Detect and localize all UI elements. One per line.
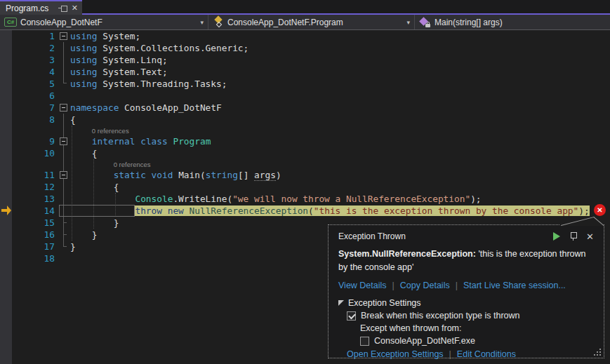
module-setting-row: ConsoleApp_DotNetF.exe xyxy=(360,336,594,346)
code-line[interactable]: 2using System.Collections.Generic; xyxy=(0,42,610,54)
exception-text: System.NullReferenceException: 'this is … xyxy=(338,248,590,274)
line-number: 8 xyxy=(13,114,55,126)
pin-icon[interactable] xyxy=(570,231,576,241)
line-number: 5 xyxy=(13,78,55,90)
member-dropdown-label: Main(string[] args) xyxy=(435,18,606,27)
line-number: 18 xyxy=(13,252,55,264)
code-text: internal class Program xyxy=(70,135,211,147)
link-separator: | xyxy=(456,281,458,290)
code-text: { xyxy=(70,147,98,159)
current-statement-whitespace-box xyxy=(59,205,135,217)
project-dropdown[interactable]: C# ConsoleApp_DotNetF ▾ xyxy=(0,15,208,29)
code-text: throw new NullReferenceException("this i… xyxy=(70,205,590,217)
code-text: namespace ConsoleApp_DotNetF xyxy=(70,102,222,114)
break-setting-row: Break when this exception type is thrown xyxy=(347,311,594,321)
code-text: using System.Threading.Tasks; xyxy=(70,78,227,90)
exception-highlight: throw new NullReferenceException("this i… xyxy=(135,205,589,216)
chevron-down-icon[interactable]: ▾ xyxy=(401,19,410,26)
code-line[interactable]: 9 internal class Program xyxy=(0,135,610,147)
method-icon xyxy=(419,17,431,28)
line-number: 15 xyxy=(13,217,55,229)
link-edit-conditions[interactable]: Edit Conditions xyxy=(457,349,516,359)
line-number: 7 xyxy=(13,102,55,114)
code-text: } xyxy=(70,229,98,241)
code-line[interactable]: 4using System.Text; xyxy=(0,66,610,78)
codelens-row: 0 references xyxy=(0,159,610,169)
pin-icon[interactable] xyxy=(58,5,67,11)
line-number: 13 xyxy=(13,193,55,205)
resize-grip[interactable] xyxy=(594,348,602,356)
code-text: using System; xyxy=(70,30,140,42)
codelens-references[interactable]: 0 references xyxy=(114,160,151,170)
codelens-references[interactable]: 0 references xyxy=(92,126,129,136)
csharp-project-icon: C# xyxy=(4,18,17,27)
link-separator: | xyxy=(392,281,394,290)
line-number: 2 xyxy=(13,42,55,54)
type-dropdown-label: ConsoleApp_DotNetF.Program xyxy=(227,18,397,27)
code-text: { xyxy=(70,114,76,126)
code-text: } xyxy=(70,241,76,252)
code-line[interactable]: 11 static void Main(string[] args) xyxy=(0,169,610,181)
continue-play-icon[interactable] xyxy=(553,232,560,241)
break-checkbox-label: Break when this exception type is thrown xyxy=(361,311,520,321)
member-dropdown[interactable]: Main(string[] args) xyxy=(415,15,610,29)
expander-icon[interactable] xyxy=(338,300,344,306)
code-text: using System.Linq; xyxy=(70,54,168,66)
visual-studio-editor-window: Program.cs ✕ C# ConsoleApp_DotNetF ▾ Con… xyxy=(0,0,610,364)
link-start-live-share-session[interactable]: Start Live Share session... xyxy=(463,281,566,290)
code-line[interactable]: 5using System.Threading.Tasks; xyxy=(0,78,610,90)
line-number: 4 xyxy=(13,66,55,78)
chevron-down-icon[interactable]: ▾ xyxy=(194,19,204,26)
navigation-bar: C# ConsoleApp_DotNetF ▾ ConsoleApp_DotNe… xyxy=(0,15,610,30)
fold-toggle[interactable] xyxy=(60,137,67,145)
code-line[interactable]: 6 xyxy=(0,90,610,102)
codelens-row: 0 references xyxy=(0,126,610,135)
line-number: 10 xyxy=(13,147,55,159)
module-checkbox-label: ConsoleApp_DotNetF.exe xyxy=(374,336,475,346)
type-dropdown[interactable]: ConsoleApp_DotNetF.Program ▾ xyxy=(208,15,415,29)
exception-settings-expander[interactable]: Exception Settings xyxy=(338,298,594,308)
code-text: static void Main(string[] args) xyxy=(70,169,281,181)
except-when-label-row: Except when thrown from: xyxy=(360,323,594,333)
code-line[interactable]: 12 { xyxy=(0,181,610,193)
exception-settings: Exception Settings Break when this excep… xyxy=(338,298,594,359)
exception-error-icon[interactable]: ✕ xyxy=(594,204,606,216)
code-text: using System.Text; xyxy=(70,66,168,78)
line-number: 12 xyxy=(13,181,55,193)
code-text: } xyxy=(70,217,119,229)
link-separator: | xyxy=(449,349,451,359)
code-text: { xyxy=(70,181,119,193)
code-text: using System.Collections.Generic; xyxy=(70,42,248,54)
tab-program-cs[interactable]: Program.cs ✕ xyxy=(0,0,82,15)
line-number: 3 xyxy=(13,54,55,66)
exception-popup: Exception Thrown ✕ System.NullReferenceE… xyxy=(328,224,604,358)
close-icon[interactable]: ✕ xyxy=(586,232,594,241)
code-line[interactable]: 13 Console.WriteLine("we will now throw … xyxy=(0,193,610,205)
line-number: 16 xyxy=(13,229,55,241)
tab-title: Program.cs xyxy=(6,4,54,13)
line-number: 11 xyxy=(13,169,55,181)
popup-links: View Details|Copy Details|Start Live Sha… xyxy=(338,281,594,290)
code-line[interactable]: 3using System.Linq; xyxy=(0,54,610,66)
code-line[interactable]: 7namespace ConsoleApp_DotNetF xyxy=(0,102,610,114)
break-checkbox[interactable] xyxy=(347,311,356,321)
class-icon xyxy=(213,17,224,28)
fold-toggle[interactable] xyxy=(60,171,67,179)
line-number: 1 xyxy=(13,30,55,42)
line-number: 14 xyxy=(13,205,55,217)
close-icon[interactable]: ✕ xyxy=(72,4,78,12)
fold-toggle[interactable] xyxy=(60,104,67,112)
link-open-exception-settings[interactable]: Open Exception Settings xyxy=(347,349,444,359)
code-line[interactable]: 1using System; xyxy=(0,30,610,42)
code-text: Console.WriteLine("we will now throw a N… xyxy=(70,193,482,205)
line-number: 6 xyxy=(13,90,55,102)
popup-title: Exception Thrown xyxy=(338,231,553,241)
code-line[interactable]: 10 { xyxy=(0,147,610,159)
fold-toggle[interactable] xyxy=(60,32,67,40)
module-checkbox[interactable] xyxy=(360,337,369,346)
code-line[interactable]: 8{ xyxy=(0,114,610,126)
link-copy-details[interactable]: Copy Details xyxy=(400,281,450,290)
link-view-details[interactable]: View Details xyxy=(338,281,387,290)
document-tab-strip: Program.cs ✕ xyxy=(0,0,610,15)
line-number: 9 xyxy=(13,135,55,147)
